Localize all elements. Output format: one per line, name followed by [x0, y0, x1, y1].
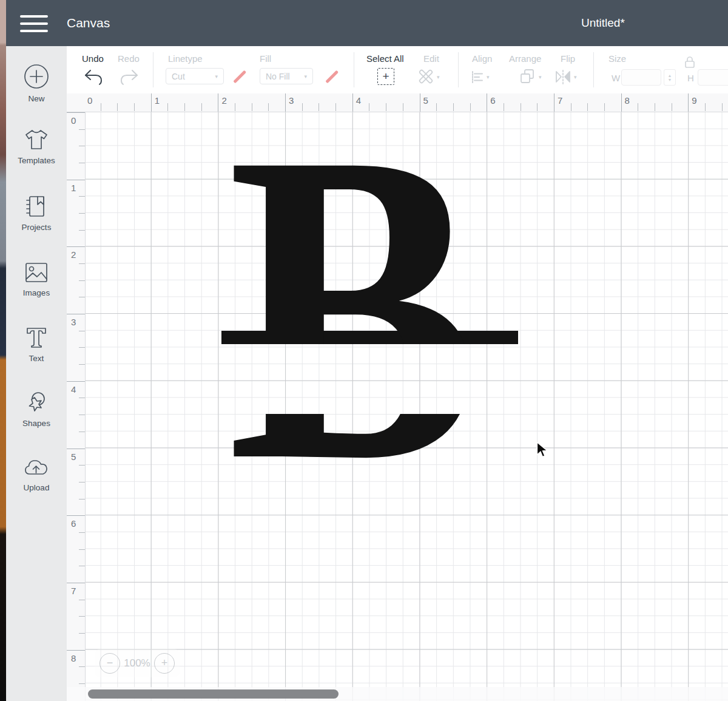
- ruler-number: 2: [221, 95, 226, 106]
- chevron-down-icon: ▾: [215, 73, 218, 80]
- ruler-number: 9: [692, 95, 696, 106]
- ruler-tick-minor: [453, 103, 454, 111]
- redo-button[interactable]: [119, 68, 140, 89]
- plus-icon: +: [382, 70, 389, 83]
- ruler-tick-minor: [571, 103, 571, 111]
- ruler-tick-minor: [655, 103, 655, 111]
- ruler-tick-minor: [79, 146, 85, 146]
- sidebar-item-label: Text: [6, 354, 67, 363]
- toolbar-divider: [153, 52, 153, 87]
- ruler-tick-minor: [79, 129, 85, 130]
- undo-button[interactable]: [83, 68, 104, 89]
- tshirt-icon: [24, 127, 49, 152]
- ruler-number: 8: [71, 653, 76, 663]
- width-input[interactable]: [621, 69, 661, 86]
- stepper-up-icon: ▲: [668, 73, 672, 78]
- ruler-tick-minor: [79, 364, 85, 365]
- ruler-tick-minor: [134, 103, 135, 111]
- linetype-color-swatch[interactable]: [232, 69, 248, 84]
- horizontal-scrollbar-thumb[interactable]: [88, 689, 339, 699]
- chevron-down-icon: ▾: [304, 73, 307, 80]
- ruler-tick-major: [621, 93, 622, 112]
- ruler-tick-minor: [117, 103, 118, 111]
- ruler-number: 3: [289, 95, 294, 106]
- undo-label: Undo: [82, 53, 104, 64]
- align-button[interactable]: [471, 70, 484, 86]
- edit-button[interactable]: [417, 68, 435, 89]
- ruler-tick-minor: [79, 566, 85, 566]
- ruler-tick-major: [67, 246, 85, 247]
- ruler-tick-major: [67, 180, 85, 180]
- svg-text:B: B: [228, 163, 479, 458]
- plus-circle-icon: [23, 63, 50, 90]
- sidebar-item-label: New: [6, 94, 67, 103]
- ruler-tick-minor: [79, 683, 85, 684]
- photo-icon: [24, 261, 49, 284]
- ruler-tick-minor: [79, 213, 85, 214]
- ruler-tick-minor: [369, 103, 369, 111]
- select-all-button[interactable]: +: [377, 68, 394, 85]
- document-name[interactable]: Untitled*: [581, 16, 625, 30]
- ruler-tick-minor: [79, 432, 85, 432]
- ruler-tick-major: [554, 93, 554, 112]
- ruler-tick-minor: [318, 103, 319, 111]
- ruler-number: 0: [87, 95, 92, 106]
- ruler-tick-minor: [101, 103, 101, 111]
- flip-label: Flip: [561, 53, 575, 64]
- fill-dropdown[interactable]: No Fill ▾: [260, 68, 313, 84]
- ruler-tick-minor: [79, 415, 85, 415]
- ruler-tick-minor: [638, 103, 638, 111]
- sidebar-item-images[interactable]: Images: [6, 261, 67, 297]
- ruler-tick-minor: [537, 103, 538, 111]
- notebook-icon: [24, 194, 49, 218]
- vertical-ruler: 012345678: [67, 112, 86, 701]
- sidebar-item-upload[interactable]: Upload: [6, 456, 67, 492]
- ruler-tick-major: [352, 93, 353, 112]
- ruler-number: 0: [71, 115, 76, 126]
- ruler-tick-minor: [302, 103, 303, 111]
- ruler-tick-major: [151, 93, 152, 112]
- sidebar-item-new[interactable]: New: [6, 63, 67, 103]
- chevron-down-icon: ▾: [487, 74, 490, 80]
- arrange-button[interactable]: [519, 68, 536, 87]
- ruler-number: 8: [625, 95, 630, 106]
- cloud-upload-icon: [23, 456, 50, 479]
- height-input[interactable]: [698, 69, 728, 86]
- sidebar-item-templates[interactable]: Templates: [6, 127, 67, 165]
- ruler-number: 4: [71, 384, 76, 395]
- width-field-label: W: [612, 73, 620, 83]
- letter-top-half: B: [228, 163, 479, 458]
- canvas-shape-split-letter-b[interactable]: B B: [221, 163, 520, 458]
- linetype-label: Linetype: [168, 53, 203, 64]
- ruler-tick-minor: [79, 163, 85, 163]
- sidebar-item-text[interactable]: Text: [6, 325, 67, 363]
- ruler-tick-major: [67, 112, 85, 113]
- width-stepper[interactable]: ▲ ▼: [664, 69, 676, 86]
- stepper-down-icon: ▼: [668, 78, 672, 82]
- ruler-tick-minor: [167, 103, 168, 111]
- hamburger-menu-icon[interactable]: [20, 15, 48, 32]
- flip-button[interactable]: [554, 69, 571, 87]
- ruler-tick-minor: [79, 347, 85, 348]
- zoom-out-button[interactable]: −: [99, 653, 120, 674]
- no-color-slash-icon: [325, 70, 339, 83]
- linetype-dropdown[interactable]: Cut ▾: [166, 68, 224, 84]
- zoom-in-button[interactable]: +: [154, 653, 175, 674]
- toolbar-divider: [354, 52, 354, 87]
- ruler-tick-major: [285, 93, 286, 112]
- ruler-tick-minor: [672, 103, 672, 111]
- ruler-tick-minor: [79, 532, 85, 533]
- ruler-tick-minor: [722, 103, 723, 111]
- ruler-number: 6: [490, 95, 495, 106]
- fill-color-swatch[interactable]: [324, 69, 340, 84]
- sidebar-item-shapes[interactable]: Shapes: [6, 390, 67, 428]
- size-lock-button[interactable]: [683, 55, 696, 72]
- align-label: Align: [472, 53, 492, 64]
- ruler-tick-minor: [705, 103, 706, 111]
- sidebar-item-label: Templates: [6, 156, 67, 165]
- ruler-number: 1: [155, 95, 160, 106]
- sidebar-item-projects[interactable]: Projects: [6, 194, 67, 232]
- ruler-corner: [67, 93, 85, 112]
- ruler-tick-major: [688, 93, 689, 112]
- fill-value: No Fill: [266, 72, 290, 81]
